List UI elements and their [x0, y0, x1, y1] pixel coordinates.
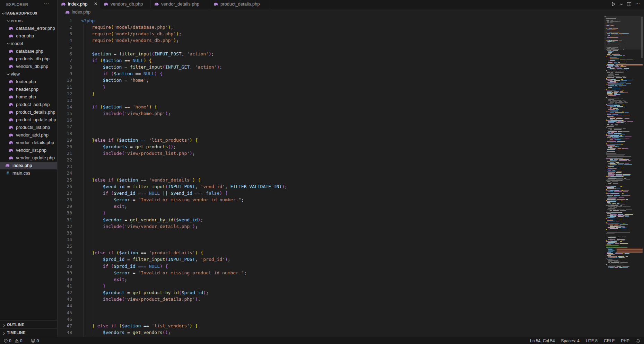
- tree-item-header-php[interactable]: header.php: [0, 86, 57, 93]
- code-line-39[interactable]: 39 $error = "Invalid or missing product …: [58, 270, 644, 276]
- tree-item-view[interactable]: view: [0, 70, 57, 78]
- tree-item-vendors_db-php[interactable]: vendors_db.php: [0, 63, 57, 70]
- code-line-27[interactable]: 27 if ($vend_id === NULL || $vend_id ===…: [58, 190, 644, 197]
- tree-item-footer-php[interactable]: footer.php: [0, 78, 57, 86]
- tree-item-products_db-php[interactable]: products_db.php: [0, 55, 57, 63]
- code-line-45[interactable]: 45: [58, 309, 644, 316]
- code-line-40[interactable]: 40 exit;: [58, 276, 644, 283]
- code-line-29[interactable]: 29 exit;: [58, 203, 644, 210]
- breadcrumb-file[interactable]: index.php: [72, 10, 90, 15]
- code-editor[interactable]: 1<?php2 require('model/database.php');3 …: [58, 16, 644, 337]
- code-line-18[interactable]: 18: [58, 130, 644, 137]
- code-line-15[interactable]: 15 include('view/home.php');: [58, 110, 644, 117]
- code-line-4[interactable]: 4 require('model/vendors_db.php');: [58, 37, 644, 44]
- code-line-44[interactable]: 44: [58, 302, 644, 309]
- eol-sequence[interactable]: CRLF: [604, 338, 615, 343]
- indentation[interactable]: Spaces: 4: [561, 338, 580, 343]
- code-line-41[interactable]: 41 }: [58, 283, 644, 290]
- tree-item-products_list-php[interactable]: products_list.php: [0, 124, 57, 131]
- ports-indicator[interactable]: 0: [29, 337, 40, 344]
- tree-item-vendor_details-php[interactable]: vendor_details.php: [0, 139, 57, 147]
- code-line-37[interactable]: 37 $prod_id = filter_input(INPUT_POST, '…: [58, 256, 644, 263]
- code-line-6[interactable]: 6 $action = filter_input(INPUT_POST, 'ac…: [58, 51, 644, 58]
- code-line-23[interactable]: 23: [58, 163, 644, 170]
- close-icon[interactable]: ✕: [94, 1, 97, 6]
- code-line-38[interactable]: 38 if ($prod_id === NULL) {: [58, 263, 644, 270]
- code-line-21[interactable]: 21 include('view/products_list.php');: [58, 150, 644, 157]
- tree-item-vendor_add-php[interactable]: vendor_add.php: [0, 131, 57, 139]
- file-label: main.css: [12, 169, 30, 177]
- line-number: 41: [58, 283, 72, 289]
- code-line-32[interactable]: 32 include('view/vendor_details.php');: [58, 223, 644, 230]
- code-line-17[interactable]: 17: [58, 123, 644, 130]
- tree-item-errors[interactable]: errors: [0, 17, 57, 25]
- code-line-42[interactable]: 42 $product = get_product_by_id($prod_id…: [58, 289, 644, 296]
- line-content: include('view/products_list.php');: [81, 150, 195, 157]
- code-line-16[interactable]: 16: [58, 117, 644, 124]
- code-line-9[interactable]: 9 if ($action == NULL) {: [58, 70, 644, 77]
- problems-indicator[interactable]: 0 0: [2, 337, 24, 344]
- tab-index-php[interactable]: index.php✕: [58, 0, 100, 9]
- code-line-47[interactable]: 47 } else if ($action == 'list_vendors')…: [58, 323, 644, 329]
- run-dropdown-chevron-icon[interactable]: [619, 0, 624, 9]
- tree-item-product_update-php[interactable]: product_update.php: [0, 116, 57, 124]
- code-line-22[interactable]: 22: [58, 157, 644, 164]
- code-line-31[interactable]: 31 $vendor = get_vendor_by_id($vend_id);: [58, 217, 644, 223]
- tree-item-vendor_list-php[interactable]: vendor_list.php: [0, 147, 57, 154]
- code-line-10[interactable]: 10 $action = 'home';: [58, 77, 644, 84]
- tab-product_details-php[interactable]: product_details.php: [210, 0, 269, 9]
- tree-item-database_error-php[interactable]: database_error.php: [0, 25, 57, 32]
- code-line-19[interactable]: 19 }else if ($action == 'list_products')…: [58, 137, 644, 144]
- tree-item-index-php[interactable]: index.php: [0, 162, 57, 169]
- code-line-34[interactable]: 34: [58, 236, 644, 243]
- code-line-46[interactable]: 46: [58, 316, 644, 323]
- tree-item-database-php[interactable]: database.php: [0, 47, 57, 55]
- code-line-7[interactable]: 7 if ($action == NULL) {: [58, 57, 644, 64]
- tree-item-model[interactable]: model: [0, 40, 57, 47]
- code-line-25[interactable]: 25 }else if ($action == 'vendor_details'…: [58, 177, 644, 184]
- more-actions-button[interactable]: ···: [634, 0, 642, 9]
- code-line-30[interactable]: 30 }: [58, 210, 644, 217]
- line-content: if ($action == 'home') {: [81, 104, 157, 110]
- code-line-48[interactable]: 48 $vendors = get_vendors();: [58, 329, 644, 336]
- code-line-43[interactable]: 43 include('view/product_details.php');: [58, 296, 644, 303]
- split-editor-button[interactable]: [625, 0, 633, 9]
- tree-item-vendor_update-php[interactable]: vendor_update.php: [0, 154, 57, 162]
- tree-item-product_add-php[interactable]: product_add.php: [0, 101, 57, 108]
- code-line-26[interactable]: 26 $vend_id = filter_input(INPUT_POST, '…: [58, 183, 644, 190]
- tab-vendors_db-php[interactable]: vendors_db.php: [101, 0, 151, 9]
- code-line-13[interactable]: 13: [58, 97, 644, 104]
- timeline-section-header[interactable]: TIMELINE: [0, 328, 57, 336]
- cursor-position[interactable]: Ln 54, Col 54: [530, 338, 555, 343]
- code-line-8[interactable]: 8 $action = filter_input(INPUT_GET, 'act…: [58, 64, 644, 71]
- code-line-33[interactable]: 33: [58, 230, 644, 237]
- line-content: require('model/database.php');: [81, 24, 173, 30]
- code-line-28[interactable]: 28 $error = "Invalid or missing vendor i…: [58, 196, 644, 203]
- root-folder-row[interactable]: TAGERDDPROJ9: [0, 9, 57, 17]
- tree-item-product_details-php[interactable]: product_details.php: [0, 108, 57, 116]
- tree-item-main-css[interactable]: # main.css: [0, 169, 57, 177]
- line-content: <?php: [81, 17, 95, 24]
- run-button[interactable]: [610, 0, 617, 9]
- code-line-11[interactable]: 11 }: [58, 84, 644, 91]
- code-line-24[interactable]: 24: [58, 170, 644, 177]
- code-line-5[interactable]: 5: [58, 44, 644, 51]
- code-line-1[interactable]: 1<?php: [58, 17, 644, 24]
- code-line-36[interactable]: 36 }else if ($action == 'product_details…: [58, 249, 644, 256]
- code-line-14[interactable]: 14 if ($action == 'home') {: [58, 104, 644, 111]
- code-line-2[interactable]: 2 require('model/database.php');: [58, 24, 644, 31]
- tree-item-error-php[interactable]: error.php: [0, 32, 57, 40]
- outline-section-header[interactable]: OUTLINE: [0, 320, 57, 328]
- code-line-3[interactable]: 3 require('model/products_db.php');: [58, 30, 644, 37]
- code-line-20[interactable]: 20 $products = get_products();: [58, 143, 644, 150]
- radio-tower-icon: [31, 338, 35, 343]
- tree-item-home-php[interactable]: home.php: [0, 93, 57, 101]
- code-line-35[interactable]: 35: [58, 243, 644, 250]
- code-line-12[interactable]: 12 }: [58, 90, 644, 97]
- encoding[interactable]: UTF-8: [586, 338, 598, 343]
- tab-vendor_details-php[interactable]: vendor_details.php: [151, 0, 210, 9]
- explorer-more-button[interactable]: ···: [44, 1, 50, 6]
- language-mode[interactable]: PHP: [621, 338, 629, 343]
- notifications-bell-icon[interactable]: [636, 338, 641, 343]
- line-number: 43: [58, 296, 72, 302]
